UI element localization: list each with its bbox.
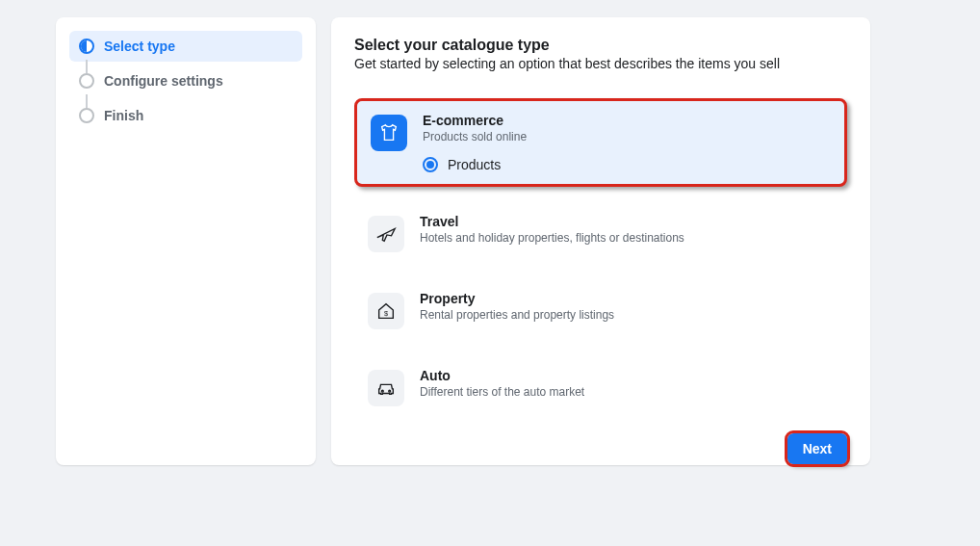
page-title: Select your catalogue type [354, 37, 847, 54]
step-label: Select type [104, 39, 175, 54]
shirt-icon [371, 115, 407, 151]
option-title: Property [420, 291, 834, 306]
step-select-type[interactable]: Select type [69, 31, 302, 62]
option-property[interactable]: $ Property Rental properties and propert… [354, 279, 847, 341]
stepper-sidebar: Select type Configure settings Finish [56, 17, 316, 465]
main-panel: Select your catalogue type Get started b… [331, 17, 870, 465]
option-desc: Products sold online [423, 130, 831, 143]
next-button[interactable]: Next [787, 433, 847, 464]
option-ecommerce[interactable]: E-commerce Products sold online Products [354, 98, 847, 187]
option-auto[interactable]: Auto Different tiers of the auto market [354, 356, 847, 418]
footer: Next [354, 433, 847, 464]
svg-point-1 [381, 390, 383, 392]
option-title: Travel [420, 214, 834, 229]
half-circle-icon [79, 39, 94, 54]
option-desc: Different tiers of the auto market [420, 385, 834, 399]
step-configure-settings[interactable]: Configure settings [69, 65, 302, 96]
svg-point-2 [389, 390, 391, 392]
step-label: Finish [104, 108, 143, 123]
option-body: Travel Hotels and holiday properties, fl… [420, 214, 834, 245]
circle-icon [79, 108, 94, 123]
page-subtitle: Get started by selecting an option that … [354, 56, 847, 71]
option-body: E-commerce Products sold online Products [423, 113, 831, 172]
option-title: Auto [420, 368, 834, 383]
option-title: E-commerce [423, 113, 831, 128]
house-icon: $ [368, 293, 404, 329]
plane-icon [368, 216, 404, 252]
option-desc: Rental properties and property listings [420, 308, 834, 322]
step-finish[interactable]: Finish [69, 100, 302, 131]
svg-text:$: $ [384, 309, 388, 318]
radio-products[interactable]: Products [423, 157, 831, 172]
circle-icon [79, 73, 94, 89]
option-body: Auto Different tiers of the auto market [420, 368, 834, 399]
option-travel[interactable]: Travel Hotels and holiday properties, fl… [354, 202, 847, 264]
car-icon [368, 370, 404, 406]
option-body: Property Rental properties and property … [420, 291, 834, 322]
step-label: Configure settings [104, 73, 223, 89]
option-desc: Hotels and holiday properties, flights o… [420, 231, 834, 245]
radio-label: Products [448, 157, 501, 172]
radio-icon [423, 157, 438, 172]
